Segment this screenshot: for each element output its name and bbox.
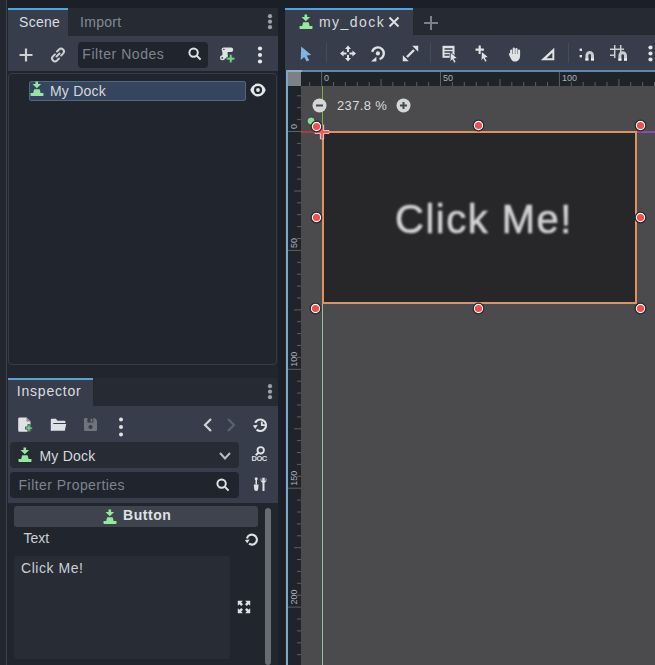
svg-text:150: 150	[289, 471, 299, 486]
svg-text:0: 0	[324, 73, 329, 83]
svg-text:50: 50	[289, 238, 299, 248]
svg-text:100: 100	[289, 352, 299, 367]
svg-text:DOC: DOC	[252, 454, 268, 463]
svg-text:200: 200	[289, 590, 299, 605]
svg-text:0: 0	[289, 124, 299, 129]
svg-text:100: 100	[562, 73, 577, 83]
svg-text:50: 50	[443, 73, 453, 83]
